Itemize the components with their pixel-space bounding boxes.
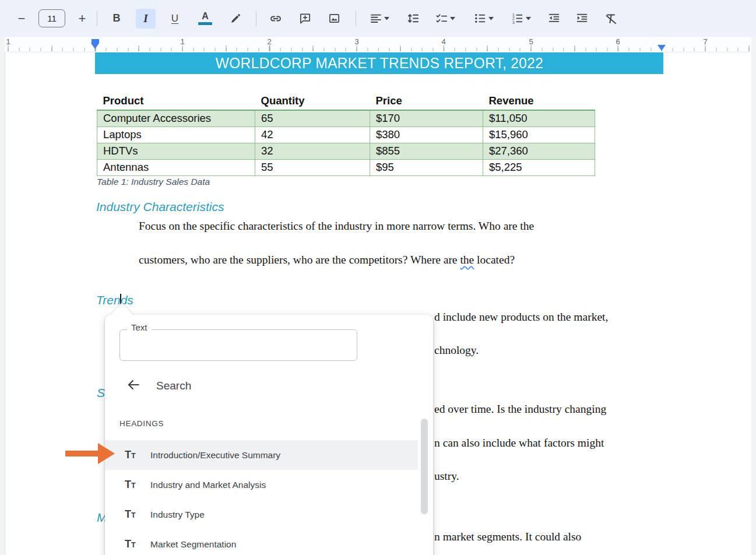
bold-button[interactable]: B [107,9,126,29]
table-cell: $380 [370,127,483,143]
body-text: customers, who are the suppliers, who ar… [139,254,460,266]
align-button[interactable] [365,9,393,29]
body-text-line: n market segments. It could also [434,531,581,543]
decrease-indent-button[interactable] [544,9,564,29]
table-cell: Computer Accessories [97,110,255,127]
link-headings-popup: Text Search HEADINGS TT Introduction/Exe… [105,315,433,555]
table-cell: 65 [255,110,370,127]
heading-style-icon: TT [125,508,140,521]
increase-font-size-button[interactable]: + [72,9,92,29]
bulleted-list-button[interactable] [469,9,497,29]
bulleted-list-icon [473,12,487,25]
heading-option-industry-market-analysis[interactable]: TT Industry and Market Analysis [105,470,418,500]
arrow-head [98,443,115,464]
insert-link-button[interactable] [266,9,286,29]
ruler-number: 1 [178,37,187,46]
decrease-font-size-button[interactable]: − [12,9,31,29]
heading-option-label: Market Segmentation [150,539,236,550]
headings-section-label: HEADINGS [119,419,164,428]
formatting-toolbar: − 11 + B I U A [0,0,756,37]
table-cell: HDTVs [97,143,255,159]
column-header: Quantity [255,93,370,110]
text-color-icon: A [198,12,212,25]
indent-icon [575,12,589,25]
text-color-button[interactable]: A [195,9,215,29]
clear-formatting-button[interactable] [601,9,621,29]
search-row[interactable]: Search [105,373,433,399]
toolbar-divider [356,11,356,26]
body-text-line: chnology. [434,344,479,357]
increase-indent-button[interactable] [572,9,592,29]
caret-down-icon [526,17,531,20]
comment-add-icon [298,12,312,25]
heading-style-icon: TT [125,449,140,461]
column-header: Product [97,93,255,110]
heading-option-label: Industry and Market Analysis [150,480,266,490]
table-cell: 55 [255,159,370,175]
first-line-indent-marker[interactable] [92,39,99,43]
link-icon [269,12,283,26]
table-cell: $27,360 [483,143,595,159]
table-row: HDTVs 32 $855 $27,360 [97,143,595,159]
popup-scrollbar[interactable] [421,419,428,514]
popup-pointer [110,303,133,315]
heading-industry-characteristics: Industry Characteristics [96,200,224,214]
image-icon [328,12,341,25]
sales-data-table: Product Quantity Price Revenue Computer … [97,93,595,176]
table-cell: $5,225 [483,159,595,175]
heading-option-label: Introduction/Executive Summary [150,450,280,461]
heading-option-introduction[interactable]: TT Introduction/Executive Summary [105,440,418,470]
highlight-color-button[interactable] [226,9,245,29]
left-indent-marker[interactable] [91,43,99,49]
font-size-input[interactable]: 11 [38,9,65,27]
line-spacing-button[interactable] [403,9,423,29]
right-indent-marker[interactable] [657,45,666,51]
grammar-flagged-word[interactable]: the [460,254,474,266]
highlighter-icon [229,12,242,25]
heading-style-icon: TT [125,538,140,550]
table-cell: 32 [255,143,370,159]
checklist-icon [435,12,448,25]
table-row: Computer Accessories 65 $170 $11,050 [97,110,595,127]
ruler-number: 1 [4,37,12,46]
ruler-number: 5 [527,37,535,46]
search-label: Search [156,380,191,392]
heading-partial-s: S [97,386,105,400]
table-cell: $15,960 [483,127,595,143]
caret-down-icon [450,17,455,20]
body-text-line: d include new products on the market, [434,311,608,324]
page-left-gutter [0,37,5,555]
page-right-gutter [751,37,756,555]
heading-option-label: Industry Type [150,510,205,520]
ruler-number: 4 [439,37,448,46]
table-cell: $170 [370,110,483,127]
table-row: Antennas 55 $95 $5,225 [97,159,595,175]
table-cell: 42 [255,127,370,143]
heading-option-market-segmentation[interactable]: TT Market Segmentation [105,529,418,555]
body-text: located? [474,254,515,266]
italic-button[interactable]: I [136,9,156,29]
caret-down-icon [488,17,494,20]
svg-text:3: 3 [512,20,514,24]
heading-option-industry-type[interactable]: TT Industry Type [105,500,418,529]
document-title-highlighted: WORLDCORP MARKET TRENDS REPORT, 2022 [95,52,663,74]
checklist-button[interactable] [431,9,459,29]
add-comment-button[interactable] [295,9,315,29]
ruler-ticks [0,45,756,51]
body-text-line: ustry. [434,470,459,483]
body-text-line: customers, who are the suppliers, who ar… [139,254,515,266]
table-cell: $95 [370,159,483,175]
column-header: Price [370,93,483,110]
table-row: Laptops 42 $380 $15,960 [97,127,595,143]
numbered-list-button[interactable]: 123 [507,9,535,29]
insert-image-button[interactable] [324,9,344,29]
heading-style-icon: TT [125,479,140,491]
body-text-line: n can also include what factors might [434,437,604,449]
outdent-icon [547,12,561,25]
underline-button[interactable]: U [165,9,185,29]
table-caption: Table 1: Industry Sales Data [97,177,210,187]
table-cell: Laptops [97,127,255,143]
text-input[interactable] [119,329,357,361]
back-arrow-icon[interactable] [126,377,141,395]
arrow-shaft [65,451,99,456]
